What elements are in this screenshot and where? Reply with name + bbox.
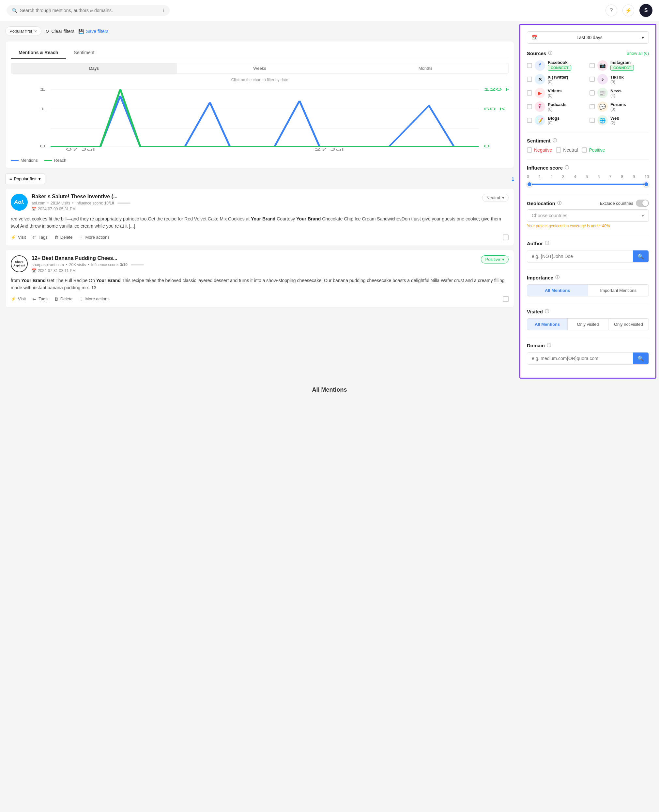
- visit-button[interactable]: ⚡ Visit: [11, 296, 26, 301]
- divider: [527, 159, 649, 159]
- mention-meta: aol.com • 281M visits • Influence score:…: [32, 201, 478, 205]
- mention-title: Baker s Salute! These Inventive (...: [32, 194, 478, 200]
- tags-button[interactable]: 🏷 Tags: [32, 296, 47, 301]
- sentiment-badge[interactable]: Positive ▾: [481, 255, 509, 263]
- negative-checkbox[interactable]: [527, 147, 532, 153]
- delete-button[interactable]: 🗑 Delete: [54, 296, 73, 301]
- source-checkbox-facebook[interactable]: [527, 63, 532, 68]
- svg-text:0: 0: [39, 144, 46, 148]
- search-bar[interactable]: 🔍 ℹ: [6, 5, 170, 16]
- save-filters-button[interactable]: 💾 Save filters: [78, 29, 108, 34]
- visits: 281M visits: [50, 201, 70, 205]
- mention-count: 1: [512, 176, 514, 182]
- sentiment-neutral[interactable]: Neutral: [556, 147, 578, 153]
- range-thumb-right[interactable]: [644, 182, 649, 187]
- sort-button[interactable]: ≡ Popular first ▾: [5, 173, 45, 184]
- range-slider[interactable]: [527, 181, 649, 187]
- tab-sentiment[interactable]: Sentiment: [66, 47, 102, 59]
- source-checkbox-forums[interactable]: [590, 104, 595, 109]
- mention-card: Sharp Aspirant 12+ Best Banana Pudding C…: [5, 250, 514, 307]
- visits: 20K visits: [69, 263, 86, 267]
- delete-button[interactable]: 🗑 Delete: [54, 235, 73, 240]
- visited-all[interactable]: All Mentions: [527, 319, 568, 330]
- blogs-icon: 📝: [535, 115, 545, 126]
- positive-checkbox[interactable]: [582, 147, 587, 153]
- mention-checkbox[interactable]: [503, 234, 509, 240]
- domain-info-icon[interactable]: ⓘ: [547, 342, 551, 348]
- visited-only-visited[interactable]: Only visited: [568, 319, 608, 330]
- date-range-dropdown[interactable]: 📅 Last 30 days ▾: [527, 31, 649, 44]
- mention-meta: sharpaspirant.com • 20K visits • Influen…: [32, 263, 477, 267]
- source-checkbox-news[interactable]: [590, 90, 595, 96]
- instagram-icon: 📷: [598, 60, 608, 71]
- source-checkbox-twitter[interactable]: [527, 77, 532, 82]
- geo-info-icon[interactable]: ⓘ: [557, 200, 561, 206]
- clear-filters-label: Clear filters: [51, 29, 74, 34]
- author-section: Author ⓘ 🔍: [527, 240, 649, 263]
- source-item-forums: 💬 Forums (0): [590, 101, 649, 112]
- tab-mentions-reach[interactable]: Mentions & Reach: [11, 47, 66, 59]
- sentiment-badge[interactable]: Neutral ▾: [482, 194, 509, 202]
- chip-close-icon[interactable]: ✕: [34, 29, 37, 34]
- connect-badge-instagram[interactable]: CONNECT: [610, 65, 634, 71]
- time-tab-months[interactable]: Months: [342, 63, 508, 73]
- visited-section: Visited ⓘ All Mentions Only visited Only…: [527, 308, 649, 330]
- source-item-web: 🌐 Web (2): [590, 115, 649, 126]
- exclude-countries-toggle[interactable]: [636, 200, 649, 207]
- domain-input[interactable]: [527, 352, 633, 364]
- mention-header: Aol. Baker s Salute! These Inventive (..…: [11, 194, 509, 211]
- chevron-down-icon: ▾: [502, 195, 504, 200]
- sentiment-negative[interactable]: Negative: [527, 147, 552, 153]
- sources-grid: f Facebook CONNECT 📷 Instagram CONNECT ✕: [527, 60, 649, 126]
- author-info-icon[interactable]: ⓘ: [545, 240, 549, 246]
- visited-only-not-visited[interactable]: Only not visited: [608, 319, 648, 330]
- avatar[interactable]: S: [639, 4, 653, 17]
- influence-info-icon[interactable]: ⓘ: [565, 165, 569, 170]
- source-checkbox-blogs[interactable]: [527, 118, 532, 123]
- sentiment-positive[interactable]: Positive: [582, 147, 605, 153]
- source-checkbox-tiktok[interactable]: [590, 77, 595, 82]
- sentiment-section: Sentiment ⓘ Negative Neutral Positive: [527, 138, 649, 153]
- time-tab-days[interactable]: Days: [11, 63, 177, 73]
- visit-icon: ⚡: [11, 296, 16, 301]
- mentions-line-icon: [11, 160, 19, 161]
- author-input[interactable]: [527, 250, 633, 262]
- source-checkbox-videos[interactable]: [527, 90, 532, 96]
- neutral-checkbox[interactable]: [556, 147, 561, 153]
- visit-button[interactable]: ⚡ Visit: [11, 235, 26, 240]
- source-checkbox-instagram[interactable]: [590, 63, 595, 68]
- geo-title: Geolocation ⓘ: [527, 200, 561, 206]
- source-checkbox-web[interactable]: [590, 118, 595, 123]
- exclude-countries-row: Exclude countries: [600, 200, 649, 207]
- clear-filters-button[interactable]: ↻ Clear filters: [45, 29, 74, 34]
- range-thumb-left[interactable]: [527, 182, 532, 187]
- svg-text:27 Jul: 27 Jul: [315, 147, 344, 151]
- connect-badge-facebook[interactable]: CONNECT: [548, 65, 571, 71]
- author-search-button[interactable]: 🔍: [633, 250, 648, 262]
- visited-info-icon[interactable]: ⓘ: [545, 308, 549, 314]
- time-tab-weeks[interactable]: Weeks: [177, 63, 342, 73]
- podcasts-icon: 🎙: [535, 101, 545, 112]
- more-actions-button[interactable]: ⋮ More actions: [79, 296, 109, 301]
- more-actions-button[interactable]: ⋮ More actions: [79, 235, 109, 240]
- source-checkbox-podcasts[interactable]: [527, 104, 532, 109]
- mention-body: from Your Brand Get The Full Recipe On Y…: [11, 277, 509, 291]
- country-dropdown[interactable]: Choose countries ▾: [527, 209, 649, 222]
- sources-info-icon[interactable]: ⓘ: [548, 50, 552, 56]
- sentiment-info-icon[interactable]: ⓘ: [553, 138, 557, 143]
- mention-checkbox[interactable]: [503, 296, 509, 302]
- plugin-icon[interactable]: ⚡: [623, 5, 634, 16]
- chevron-down-icon: ▾: [642, 35, 644, 40]
- help-icon[interactable]: ?: [605, 5, 617, 16]
- importance-important-mentions[interactable]: Important Mentions: [588, 285, 649, 296]
- sentiment-title: Sentiment ⓘ: [527, 138, 649, 143]
- search-input[interactable]: [20, 8, 160, 13]
- importance-info-icon[interactable]: ⓘ: [555, 275, 560, 280]
- importance-all-mentions[interactable]: All Mentions: [527, 285, 588, 296]
- show-all-link[interactable]: Show all (6): [626, 51, 649, 56]
- popular-first-chip[interactable]: Popular first ✕: [5, 27, 41, 36]
- domain-search-button[interactable]: 🔍: [633, 352, 648, 364]
- toggle-thumb: [642, 200, 648, 206]
- tags-button[interactable]: 🏷 Tags: [32, 235, 47, 240]
- influence-section: Influence score ⓘ 01234 5678910: [527, 165, 649, 187]
